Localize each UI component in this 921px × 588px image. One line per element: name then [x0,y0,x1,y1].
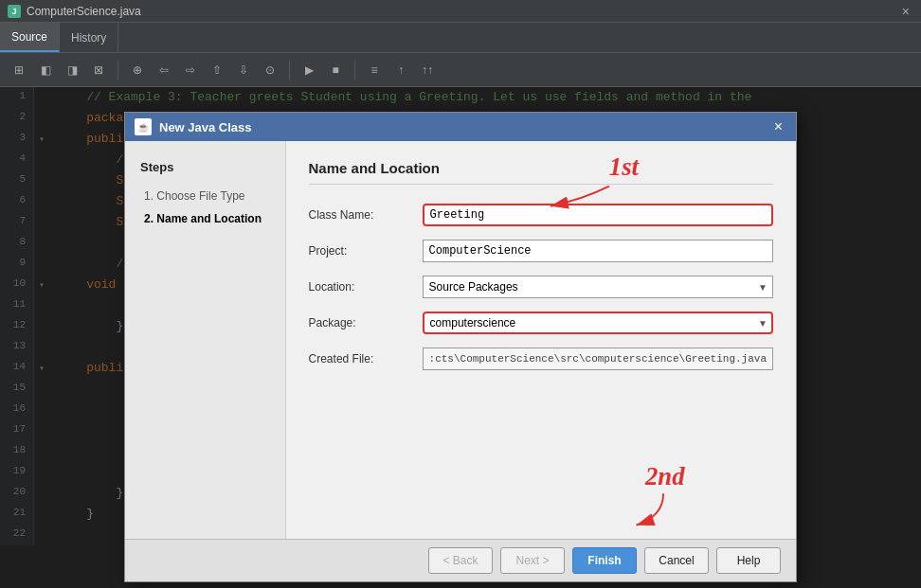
steps-title: Steps [140,160,270,174]
toolbar-btn-15[interactable]: ↑↑ [416,59,439,81]
next-button[interactable]: Next > [500,547,565,574]
toolbar-btn-8[interactable]: ⇧ [206,59,228,81]
location-row: Location: Source Packages Test Packages … [309,276,773,298]
help-button[interactable]: Help [716,547,781,574]
toolbar-sep-3 [354,61,355,80]
dialog-title: New Java Class [159,120,252,134]
toolbar-btn-1[interactable]: ⊞ [8,59,30,81]
dialog-body: Steps 1. Choose File Type 2. Name and Lo… [125,141,796,539]
toolbar-btn-4[interactable]: ⊠ [87,59,110,81]
ide-window: J ComputerScience.java × Source History … [0,0,921,588]
source-tab[interactable]: Source [0,23,60,52]
project-input[interactable] [423,240,773,262]
project-row: Project: [309,240,773,262]
content-panel: 1st 2nd [286,141,796,539]
project-label: Project: [309,244,423,258]
window-close-button[interactable]: × [898,4,913,19]
back-button[interactable]: < Back [428,547,493,574]
editor-area: 1 // Example 3: Teacher greets Student u… [0,87,921,588]
file-icon: J [8,5,21,18]
step-item-2: 2. Name and Location [140,212,270,225]
toolbar-sep-1 [117,61,118,80]
content-title: Name and Location [309,160,773,185]
new-java-class-dialog: ☕ New Java Class × Steps 1. Choose File … [124,112,797,582]
toolbar-btn-9[interactable]: ⇩ [232,59,255,81]
location-label: Location: [309,280,423,294]
steps-panel: Steps 1. Choose File Type 2. Name and Lo… [125,141,286,539]
toolbar-btn-2[interactable]: ◧ [34,59,57,81]
toolbar-sep-2 [289,61,290,80]
dialog-overlay: ☕ New Java Class × Steps 1. Choose File … [0,87,921,588]
class-name-input[interactable] [423,204,773,226]
package-row: Package: computerscience ▼ [309,312,773,334]
dialog-titlebar: ☕ New Java Class × [125,113,796,141]
toolbar-btn-5[interactable]: ⊕ [126,59,149,81]
toolbar-btn-12[interactable]: ■ [324,59,347,81]
dialog-java-icon: ☕ [135,118,152,135]
created-file-label: Created File: [309,352,423,365]
toolbar: ⊞ ◧ ◨ ⊠ ⊕ ⇦ ⇨ ⇧ ⇩ ⊙ ▶ ■ ≡ ↑ ↑↑ [0,53,921,87]
tab-bar: Source History [0,23,921,53]
class-name-label: Class Name: [309,208,423,222]
title-bar-text: ComputerScience.java [27,5,898,18]
toolbar-btn-3[interactable]: ◨ [61,59,83,81]
package-label: Package: [309,316,423,330]
location-select[interactable]: Source Packages Test Packages [423,276,773,298]
class-name-row: Class Name: [309,204,773,226]
toolbar-btn-14[interactable]: ↑ [389,59,412,81]
toolbar-btn-6[interactable]: ⇦ [153,59,175,81]
svg-text:2nd: 2nd [644,462,685,490]
created-file-value: :cts\ComputerScience\src\computerscience… [423,347,773,370]
package-select[interactable]: computerscience [423,312,773,334]
toolbar-btn-7[interactable]: ⇨ [179,59,202,81]
history-tab[interactable]: History [60,23,118,52]
toolbar-btn-13[interactable]: ≡ [363,59,386,81]
toolbar-btn-10[interactable]: ⊙ [259,59,281,81]
toolbar-btn-11[interactable]: ▶ [298,59,320,81]
finish-button[interactable]: Finish [572,547,637,574]
cancel-button[interactable]: Cancel [644,547,709,574]
dialog-footer: < Back Next > Finish Cancel Help [125,539,796,581]
dialog-close-button[interactable]: × [770,118,786,135]
created-file-row: Created File: :cts\ComputerScience\src\c… [309,347,773,370]
step-item-1: 1. Choose File Type [140,189,270,203]
title-bar: J ComputerScience.java × [0,0,921,23]
